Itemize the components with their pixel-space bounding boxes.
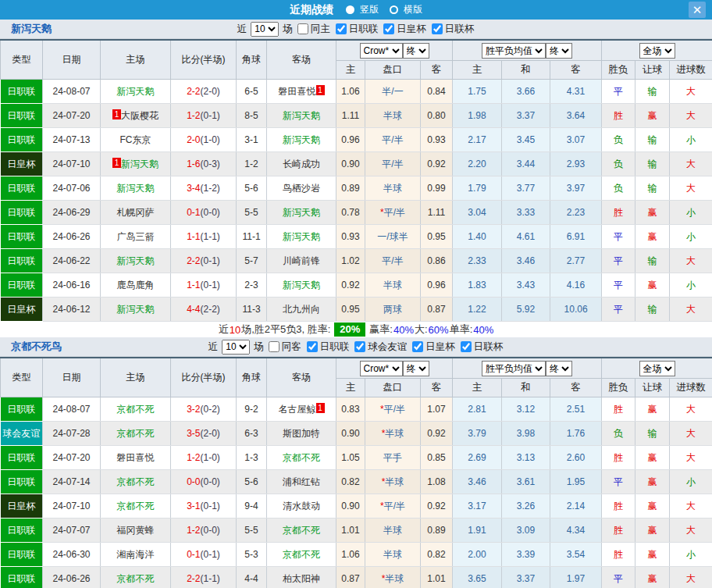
avg-odds-select[interactable]: 胜平负均值 (482, 43, 546, 59)
away-odds: 0.93 (421, 128, 453, 152)
home-team-link[interactable]: 鹿岛鹿角 (117, 280, 155, 290)
avg-home: 3.79 (453, 422, 502, 446)
match-count-select[interactable]: 10 (222, 340, 250, 355)
final-odds-select[interactable]: 终 (403, 361, 429, 376)
result: 负 (602, 422, 635, 446)
matches-table: 类型日期主场比分(半场)角球客场Crow*终胜平负均值终全场主盘口客主和客胜负让… (0, 357, 712, 588)
away-team-link[interactable]: 京都不死 (283, 525, 320, 536)
close-icon[interactable]: ✕ (689, 2, 706, 18)
same-venue-checkbox[interactable] (269, 341, 279, 352)
col-odds-away: 客 (421, 61, 453, 80)
away-team-link[interactable]: 浦和红钻 (283, 476, 320, 487)
handicap-result: 输 (635, 422, 670, 446)
away-team-link[interactable]: 川崎前锋 (283, 255, 320, 266)
home-team: 京都不死 (101, 422, 171, 446)
col-handicap: 盘口 (365, 61, 421, 80)
away-team: 名古屋鲸1 (267, 397, 336, 422)
final-avg-select[interactable]: 终 (546, 361, 572, 376)
match-type: 日皇杯 (1, 494, 43, 519)
scope-select[interactable]: 全场 (639, 43, 675, 59)
home-team-link[interactable]: 新泻天鹅 (117, 304, 155, 315)
league-checkbox[interactable] (432, 23, 443, 34)
same-venue-checkbox[interactable] (297, 23, 308, 34)
home-team: FC东京 (101, 128, 171, 152)
away-team-link[interactable]: 名古屋鲸 (279, 404, 316, 415)
home-team-link[interactable]: 磐田喜悦 (117, 452, 155, 463)
handicap: 平/半 (365, 249, 421, 273)
home-team-link[interactable]: FC东京 (120, 134, 151, 145)
avg-group-header: 胜平负均值终 (453, 358, 602, 379)
home-team-link[interactable]: 新泻天鹅 (117, 183, 155, 194)
title-bar: 近期战绩 竖版 横版 ✕ (0, 0, 712, 20)
league-checkbox[interactable] (461, 341, 472, 352)
home-team-link[interactable]: 札幌冈萨 (117, 207, 155, 218)
away-team-link[interactable]: 新泻天鹅 (283, 231, 320, 242)
horizontal-radio[interactable] (390, 5, 398, 14)
away-team-link[interactable]: 新泻天鹅 (283, 280, 320, 290)
away-team-link[interactable]: 长崎成功 (283, 159, 320, 169)
avg-away: 2.23 (550, 201, 602, 225)
avg-odds-select[interactable]: 胜平负均值 (482, 361, 546, 376)
col-avg-home: 主 (453, 61, 502, 80)
near-label: 近 (208, 340, 219, 354)
vertical-radio[interactable] (346, 5, 354, 14)
match-count-select[interactable]: 10 (251, 22, 279, 37)
handicap: 两球 (365, 298, 421, 322)
away-team-link[interactable]: 京都不死 (283, 452, 320, 463)
league-checkbox[interactable] (412, 341, 423, 352)
home-team-link[interactable]: 湘南海洋 (117, 549, 155, 560)
avg-draw: 3.77 (502, 176, 550, 201)
away-team-link[interactable]: 新泻天鹅 (283, 110, 320, 121)
home-team-link[interactable]: 京都不死 (117, 573, 155, 584)
goals-result: 小 (670, 273, 712, 298)
league-label: 日联杯 (474, 340, 504, 354)
home-team-link[interactable]: 京都不死 (117, 404, 155, 415)
away-team-link[interactable]: 新泻天鹅 (283, 134, 320, 145)
away-team-link[interactable]: 柏太阳神 (283, 573, 320, 584)
home-odds: 0.96 (336, 128, 365, 152)
match-date: 24-07-20 (43, 446, 101, 470)
home-team-link[interactable]: 京都不死 (117, 476, 155, 487)
home-team-link[interactable]: 广岛三箭 (117, 231, 155, 242)
league-checkbox[interactable] (307, 341, 318, 352)
avg-away: 4.16 (550, 273, 602, 298)
away-team-link[interactable]: 京都不死 (283, 549, 320, 560)
home-team-link[interactable]: 新泻天鹅 (117, 255, 155, 266)
away-team-link[interactable]: 清水鼓动 (283, 501, 320, 511)
away-team-link[interactable]: 鸟栖沙岩 (283, 183, 320, 194)
home-team-link[interactable]: 京都不死 (117, 501, 155, 511)
avg-draw: 3.98 (502, 422, 550, 446)
final-odds-select[interactable]: 终 (403, 43, 429, 59)
league-checkbox[interactable] (354, 341, 365, 352)
league-checkbox[interactable] (383, 23, 394, 34)
home-odds: 0.82 (336, 470, 365, 494)
home-team-link[interactable]: 京都不死 (117, 428, 155, 439)
final-avg-select[interactable]: 终 (546, 43, 572, 59)
home-odds: 0.87 (336, 567, 365, 588)
same-venue-label: 同主 (311, 23, 330, 36)
score: 1-1(1-1) (171, 225, 237, 249)
avg-draw: 3.09 (502, 519, 550, 543)
away-team-link[interactable]: 斯图加特 (283, 428, 320, 439)
away-team-link[interactable]: 磐田喜悦 (279, 86, 316, 97)
home-team: 1大阪樱花 (101, 104, 171, 128)
away-odds: 1.01 (421, 567, 453, 588)
col-score: 比分(半场) (171, 40, 237, 80)
home-team-link[interactable]: 福冈黄蜂 (117, 525, 155, 536)
home-team: 新泻天鹅 (101, 249, 171, 273)
home-team-link[interactable]: 大阪樱花 (121, 110, 158, 121)
home-team-link[interactable]: 新泻天鹅 (117, 86, 155, 97)
scope-select[interactable]: 全场 (639, 361, 675, 376)
league-checkbox[interactable] (336, 23, 347, 34)
goals-result: 大 (670, 446, 712, 470)
handicap: 半球 (365, 543, 421, 567)
away-team-link[interactable]: 北九州向 (283, 304, 320, 315)
bookmaker-select[interactable]: Crow* (360, 361, 403, 376)
bookmaker-select[interactable]: Crow* (360, 43, 403, 59)
table-row: 日职联24-08-07新泻天鹅2-2(2-0)6-5磐田喜悦11.06半/一0.… (1, 80, 712, 104)
corners: 6-3 (237, 422, 267, 446)
handicap-result: 输 (635, 80, 670, 104)
avg-draw: 3.13 (502, 446, 550, 470)
away-team-link[interactable]: 新泻天鹅 (283, 207, 320, 218)
home-team-link[interactable]: 新泻天鹅 (121, 159, 158, 169)
